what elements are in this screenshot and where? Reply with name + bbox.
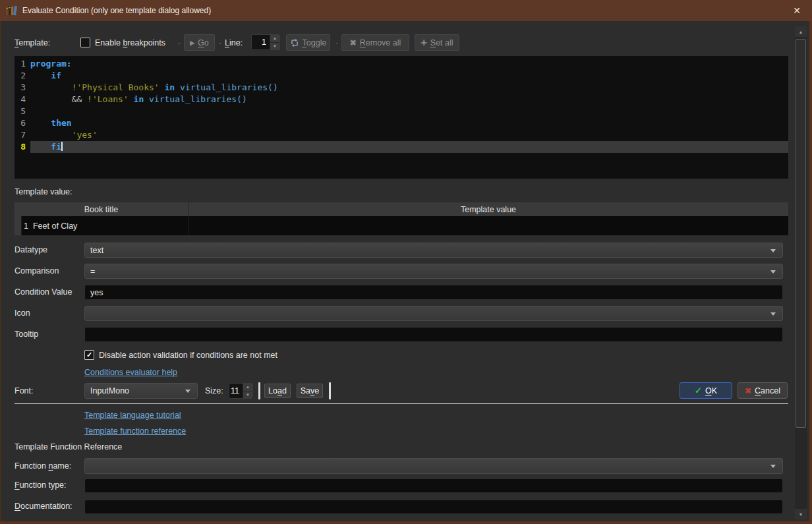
line-number: 4 — [14, 94, 30, 105]
template-function-reference-link[interactable]: Template function reference — [84, 426, 186, 436]
window-title: Evaluate Condition (only one template di… — [22, 6, 211, 15]
table-row[interactable]: 1 Feet of Clay — [14, 216, 788, 235]
calibre-library-icon — [5, 5, 17, 16]
documentation-label: Documentation: — [14, 502, 72, 511]
editor-line-1[interactable]: 1 program: — [14, 58, 788, 70]
line-label: Line: — [225, 38, 243, 47]
line-spinner[interactable]: 1 ▲ ▼ — [251, 34, 280, 50]
row-index: 1 — [22, 221, 28, 231]
scroll-up-button[interactable]: ▲ — [795, 26, 807, 37]
vertical-scrollbar[interactable]: ▲ ▼ — [795, 26, 807, 519]
column-header-book-title[interactable]: Book title — [14, 202, 188, 216]
size-spinner-value[interactable]: 11 — [229, 384, 243, 398]
function-type-input[interactable] — [84, 479, 783, 493]
spin-down-icon[interactable]: ▼ — [270, 43, 279, 50]
toggle-breakpoint-icon — [290, 38, 299, 47]
vertical-separator — [258, 382, 260, 399]
load-label: Load — [268, 386, 287, 395]
line-number: 6 — [14, 117, 30, 129]
text-cursor — [61, 142, 63, 151]
comparison-value: = — [90, 267, 95, 276]
tooltip-input[interactable] — [84, 327, 783, 342]
condition-value-text: yes — [90, 288, 103, 297]
check-icon: ✓ — [695, 386, 702, 395]
ok-button[interactable]: ✓ OK — [680, 382, 732, 399]
spin-up-icon[interactable]: ▲ — [243, 384, 252, 392]
comparison-label: Comparison — [14, 266, 59, 276]
code-line: && !'Loans' in virtual_libraries() — [30, 94, 788, 105]
disable-validation-label[interactable]: Disable action validation if conditions … — [99, 351, 277, 360]
titlebar[interactable]: Evaluate Condition (only one template di… — [0, 0, 812, 21]
condition-value-input[interactable]: yes — [84, 285, 783, 300]
save-button[interactable]: Save — [297, 384, 323, 398]
window-border-bottom — [0, 521, 812, 524]
editor-line-3[interactable]: 3 !'Physical Books' in virtual_libraries… — [14, 82, 788, 94]
toolbar-separator-dot: · — [219, 38, 221, 47]
toolbar-separator-dot: · — [335, 38, 338, 47]
editor-line-8-current[interactable]: 8 fi — [14, 141, 788, 153]
column-header-template-value[interactable]: Template value — [188, 202, 788, 216]
editor-line-2[interactable]: 2 if — [14, 70, 788, 82]
font-select[interactable]: InputMono — [84, 383, 198, 399]
vertical-separator — [329, 382, 331, 399]
column-divider — [188, 216, 189, 235]
cancel-label: Cancel — [755, 386, 780, 395]
editor-line-5[interactable]: 5 — [14, 105, 788, 117]
documentation-input[interactable] — [84, 500, 783, 514]
remove-x-icon: ✖ — [350, 38, 357, 47]
size-spinner[interactable]: 11 ▲ ▼ — [229, 383, 253, 399]
template-language-tutorial-link[interactable]: Template language tutorial — [84, 411, 181, 420]
go-button[interactable]: ▶ Go — [184, 34, 215, 51]
line-number: 2 — [14, 70, 30, 82]
comparison-select[interactable]: = — [84, 264, 783, 279]
toolbar-separator-dot: · — [178, 38, 181, 47]
line-spinner-value[interactable]: 1 — [252, 35, 270, 49]
scrollbar-thumb[interactable] — [796, 39, 806, 428]
function-name-select[interactable] — [84, 458, 783, 474]
datatype-select[interactable]: text — [84, 243, 783, 258]
line-number: 1 — [14, 58, 30, 70]
spin-down-icon[interactable]: ▼ — [243, 392, 252, 399]
close-button[interactable]: ✕ — [782, 0, 812, 21]
icon-label: Icon — [14, 308, 30, 318]
enable-breakpoints-checkbox[interactable] — [80, 38, 90, 47]
condition-value-label: Condition Value — [14, 287, 72, 297]
line-number: 3 — [14, 82, 30, 94]
set-all-button[interactable]: + Set all — [415, 34, 459, 51]
load-button[interactable]: Load — [264, 384, 291, 398]
editor-line-6[interactable]: 6 then — [14, 117, 788, 129]
template-label: Template: — [14, 38, 50, 47]
template-editor[interactable]: 1 program: 2 if 3 !'Physical Books' in v… — [14, 56, 788, 179]
set-all-label: Set all — [430, 38, 453, 47]
disable-validation-checkbox[interactable]: ✓ — [84, 350, 94, 360]
close-icon: ✕ — [793, 5, 801, 16]
remove-all-button[interactable]: ✖ Remove all — [341, 34, 409, 51]
editor-line-7[interactable]: 7 'yes' — [14, 129, 788, 141]
table-header: Book title Template value — [14, 202, 788, 216]
function-type-label: Function type: — [14, 480, 67, 490]
remove-all-label: Remove all — [360, 38, 401, 47]
window-border-right — [809, 21, 812, 524]
line-number: 7 — [14, 129, 30, 141]
spin-up-icon[interactable]: ▲ — [270, 35, 279, 43]
scroll-down-button[interactable]: ▼ — [795, 509, 807, 519]
horizontal-separator — [14, 403, 788, 404]
enable-breakpoints-label[interactable]: Enable breakpoints — [95, 38, 165, 47]
go-label: Go — [198, 38, 209, 47]
template-value-label: Template value: — [14, 187, 72, 196]
ok-label: OK — [705, 386, 717, 395]
code-line: !'Physical Books' in virtual_libraries() — [30, 82, 788, 94]
checkmark-icon: ✓ — [86, 351, 92, 359]
editor-line-4[interactable]: 4 && !'Loans' in virtual_libraries() — [14, 94, 788, 105]
conditions-evaluator-help-link[interactable]: Conditions evaluator help — [84, 368, 177, 377]
icon-select[interactable] — [84, 306, 783, 321]
cancel-button[interactable]: ✖ Cancel — [738, 382, 788, 399]
chevron-down-icon — [185, 390, 190, 393]
code-line: 'yes' — [30, 129, 788, 141]
code-line: program: — [30, 58, 788, 70]
chevron-down-icon — [770, 312, 776, 316]
font-value: InputMono — [90, 386, 129, 395]
window-border-left — [0, 21, 1, 524]
datatype-label: Datatype — [14, 245, 47, 254]
toggle-button[interactable]: Toggle — [286, 34, 330, 51]
